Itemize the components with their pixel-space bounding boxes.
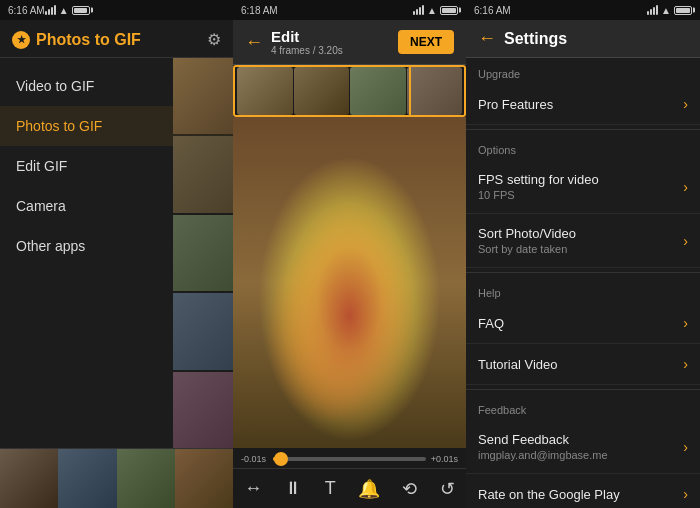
signal-icon (45, 5, 56, 15)
settings-item-title-tutorial: Tutorial Video (478, 357, 558, 372)
filmstrip-frame-2[interactable] (294, 67, 350, 115)
settings-item-text-feedback: Send Feedback imgplay.and@imgbase.me (478, 432, 608, 461)
settings-item-pro-features[interactable]: Pro Features › (466, 84, 700, 125)
wifi-icon-mid: ▲ (427, 5, 437, 16)
rotate-icon[interactable]: ⟲ (402, 478, 417, 500)
settings-item-sort[interactable]: Sort Photo/Video Sort by date taken › (466, 214, 700, 268)
next-button[interactable]: NEXT (398, 30, 454, 54)
settings-item-title-faq: FAQ (478, 316, 504, 331)
filmstrip (233, 65, 466, 117)
settings-item-fps[interactable]: FPS setting for video 10 FPS › (466, 160, 700, 214)
bottom-thumb-4 (175, 449, 233, 508)
sticker-icon[interactable]: 🔔 (358, 478, 380, 500)
settings-item-text-sort: Sort Photo/Video Sort by date taken (478, 226, 576, 255)
chevron-icon-tutorial: › (683, 356, 688, 372)
section-label-options: Options (466, 134, 700, 160)
chevron-icon-feedback: › (683, 439, 688, 455)
back-button-mid[interactable]: ← (245, 32, 263, 53)
thumb-5 (173, 372, 233, 448)
timeline-time-right: +0.01s (430, 454, 458, 464)
settings-item-tutorial[interactable]: Tutorial Video › (466, 344, 700, 385)
nav-menu: Video to GIF Photos to GIF Edit GIF Came… (0, 58, 233, 448)
time-mid: 6:18 AM (241, 5, 278, 16)
edit-header-left: ← Edit 4 frames / 3.20s (245, 28, 343, 56)
status-bar-mid: 6:18 AM ▲ (233, 0, 466, 20)
section-label-upgrade: Upgrade (466, 58, 700, 84)
thumb-2 (173, 136, 233, 212)
app-title-text: Photos to GIF (36, 31, 141, 49)
bottom-thumb-1 (0, 449, 58, 508)
filmstrip-playhead (409, 65, 411, 117)
main-preview (233, 117, 466, 448)
separator-2 (466, 272, 700, 273)
timeline-track[interactable] (273, 457, 426, 461)
timeline-thumb[interactable] (274, 452, 288, 466)
thumb-3 (173, 215, 233, 291)
status-icons-mid: ▲ (413, 5, 458, 16)
right-panel: 6:16 AM ▲ ← Settings Upgrade Pro Feature… (466, 0, 700, 508)
edit-title: Edit (271, 28, 343, 45)
left-header: ★ Photos to GIF ⚙ (0, 20, 233, 58)
bottom-thumbnails (0, 448, 233, 508)
chevron-icon-rate: › (683, 486, 688, 502)
middle-panel: 6:18 AM ▲ ← Edit 4 frames / 3.20s NEXT (233, 0, 466, 508)
edit-title-block: Edit 4 frames / 3.20s (271, 28, 343, 56)
settings-item-title-rate: Rate on the Google Play (478, 487, 620, 502)
filmstrip-frame-3[interactable] (350, 67, 406, 115)
chevron-icon-faq: › (683, 315, 688, 331)
edit-header: ← Edit 4 frames / 3.20s NEXT (233, 20, 466, 65)
battery-icon (72, 6, 90, 15)
separator-1 (466, 129, 700, 130)
wifi-icon-right: ▲ (661, 5, 671, 16)
back-button-right[interactable]: ← (478, 28, 496, 49)
separator-3 (466, 389, 700, 390)
signal-icon-mid (413, 5, 424, 15)
battery-icon-right (674, 6, 692, 15)
thumb-1 (173, 58, 233, 134)
settings-list: Upgrade Pro Features › Options FPS setti… (466, 58, 700, 508)
settings-item-sub-fps: 10 FPS (478, 189, 599, 201)
undo-icon[interactable]: ↺ (440, 478, 455, 500)
status-bar-left: 6:16 AM ▲ (0, 0, 233, 20)
bottom-thumb-2 (58, 449, 116, 508)
signal-icon-right (647, 5, 658, 15)
settings-item-rate-google[interactable]: Rate on the Google Play › (466, 474, 700, 508)
settings-item-text-fps: FPS setting for video 10 FPS (478, 172, 599, 201)
status-icons-left: ▲ (45, 5, 90, 16)
settings-item-title-feedback: Send Feedback (478, 432, 608, 447)
settings-item-title-sort: Sort Photo/Video (478, 226, 576, 241)
chevron-icon-sort: › (683, 233, 688, 249)
settings-item-sub-feedback: imgplay.and@imgbase.me (478, 449, 608, 461)
filmstrip-frame-1[interactable] (237, 67, 293, 115)
status-bar-right: 6:16 AM ▲ (466, 0, 700, 20)
filmstrip-frame-4[interactable] (407, 67, 463, 115)
settings-item-sub-sort: Sort by date taken (478, 243, 576, 255)
nav-thumbnails (173, 58, 233, 448)
timeline-time-left: -0.01s (241, 454, 269, 464)
left-panel: 6:16 AM ▲ ★ Photos to GIF ⚙ Video to GIF (0, 0, 233, 508)
text-icon[interactable]: T (325, 478, 336, 499)
settings-icon-left[interactable]: ⚙ (207, 30, 221, 49)
app-title: ★ Photos to GIF (12, 31, 141, 49)
bottom-thumb-3 (117, 449, 175, 508)
preview-image (233, 117, 466, 448)
settings-item-text: Pro Features (478, 97, 553, 112)
section-label-help: Help (466, 277, 700, 303)
status-icons-right: ▲ (647, 5, 692, 16)
settings-item-text-tutorial: Tutorial Video (478, 357, 558, 372)
settings-title: Settings (504, 30, 567, 48)
thumb-4 (173, 293, 233, 369)
chevron-icon-pro: › (683, 96, 688, 112)
time-right: 6:16 AM (474, 5, 511, 16)
settings-item-faq[interactable]: FAQ › (466, 303, 700, 344)
timeline-section: -0.01s +0.01s (233, 448, 466, 468)
edit-toolbar: ↔ ⏸ T 🔔 ⟲ ↺ (233, 468, 466, 508)
section-label-feedback: Feedback (466, 394, 700, 420)
pause-icon[interactable]: ⏸ (284, 478, 302, 499)
loop-icon[interactable]: ↔ (244, 478, 262, 499)
wifi-icon: ▲ (59, 5, 69, 16)
edit-subtitle: 4 frames / 3.20s (271, 45, 343, 56)
app-icon: ★ (12, 31, 30, 49)
settings-item-send-feedback[interactable]: Send Feedback imgplay.and@imgbase.me › (466, 420, 700, 474)
settings-item-text-faq: FAQ (478, 316, 504, 331)
